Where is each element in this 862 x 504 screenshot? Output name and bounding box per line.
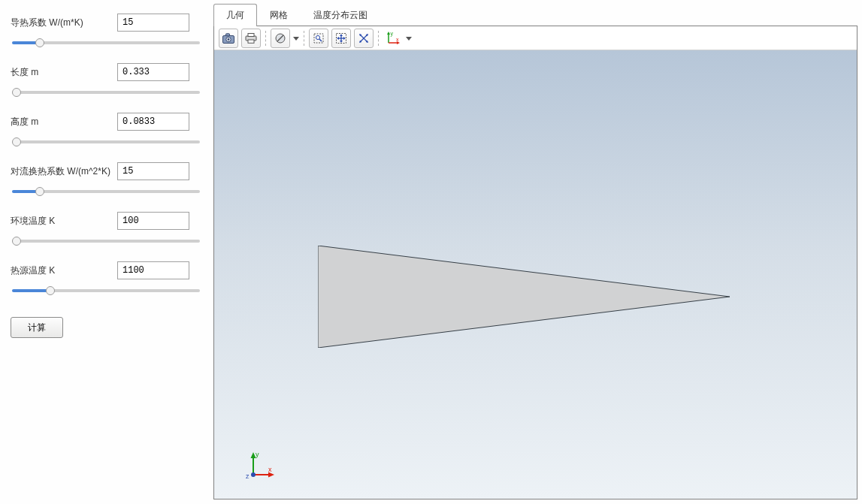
toolbar-separator <box>265 31 266 46</box>
svg-text:x: x <box>268 466 272 473</box>
param-group-length: 长度 m <box>11 63 198 96</box>
parameter-panel: 导热系数 W/(m*K) 长度 m 高度 m 对流换热系数 W/(m^2*K) <box>0 0 209 504</box>
length-input[interactable] <box>117 63 189 81</box>
ambient-temp-input[interactable] <box>117 212 189 230</box>
param-label: 对流换热系数 W/(m^2*K) <box>11 165 117 178</box>
svg-text:y: y <box>391 31 394 37</box>
reset-view-button[interactable] <box>271 29 290 48</box>
no-entry-icon <box>274 32 286 44</box>
param-label: 热源温度 K <box>11 264 117 277</box>
svg-marker-9 <box>293 37 299 41</box>
axis-triad: y x z <box>241 448 276 482</box>
viewer-toolbar: y x <box>214 26 857 50</box>
zoom-extents-icon <box>335 32 347 44</box>
viewport-canvas[interactable]: y x z <box>214 50 857 499</box>
rotate-view-button[interactable] <box>354 29 374 48</box>
print-button[interactable] <box>241 29 261 48</box>
source-temp-slider[interactable] <box>12 289 200 292</box>
printer-icon <box>245 33 257 44</box>
svg-marker-27 <box>387 32 390 35</box>
compute-button[interactable]: 计算 <box>11 317 63 338</box>
zoom-box-icon <box>313 32 325 44</box>
param-label: 环境温度 K <box>11 215 117 228</box>
viewer-frame: y x y x z <box>213 26 857 499</box>
svg-text:x: x <box>396 37 399 42</box>
tab-geometry[interactable]: 几何 <box>213 4 257 26</box>
zoom-extents-button[interactable] <box>331 29 351 48</box>
main-area: 几何 网格 温度分布云图 <box>209 0 862 504</box>
thermal-conductivity-slider[interactable] <box>12 41 200 44</box>
param-label: 高度 m <box>11 116 117 128</box>
toolbar-separator <box>378 31 379 46</box>
param-group-height: 高度 m <box>11 113 198 146</box>
svg-marker-16 <box>340 34 343 36</box>
svg-rect-1 <box>226 33 230 35</box>
svg-point-11 <box>316 35 319 39</box>
snapshot-button[interactable] <box>219 29 238 48</box>
svg-text:z: z <box>246 472 250 480</box>
svg-text:y: y <box>256 451 259 458</box>
svg-rect-10 <box>314 34 323 43</box>
svg-marker-32 <box>406 37 412 41</box>
param-group-thermal-conductivity: 导热系数 W/(m*K) <box>11 14 198 47</box>
tab-mesh[interactable]: 网格 <box>257 4 301 26</box>
svg-marker-18 <box>337 37 339 40</box>
param-label: 导热系数 W/(m*K) <box>11 17 117 29</box>
svg-point-3 <box>228 38 230 41</box>
tab-temperature-contour[interactable]: 温度分布云图 <box>301 4 380 26</box>
geometry-triangle <box>318 246 730 348</box>
dropdown-caret-icon[interactable] <box>293 35 299 41</box>
svg-line-12 <box>319 39 322 41</box>
thermal-conductivity-input[interactable] <box>117 14 189 32</box>
convective-coeff-input[interactable] <box>117 162 189 180</box>
svg-marker-17 <box>340 41 343 43</box>
zoom-box-button[interactable] <box>309 29 328 48</box>
svg-marker-33 <box>318 246 730 348</box>
param-group-ambient-temp: 环境温度 K <box>11 212 198 245</box>
length-slider[interactable] <box>12 91 200 94</box>
svg-rect-5 <box>248 33 254 36</box>
camera-icon <box>222 33 234 44</box>
ambient-temp-slider[interactable] <box>12 240 200 243</box>
svg-marker-19 <box>343 37 346 40</box>
toolbar-axis-indicator[interactable]: y x <box>383 29 403 48</box>
height-slider[interactable] <box>12 140 200 143</box>
param-group-convective-coeff: 对流换热系数 W/(m^2*K) <box>11 162 198 195</box>
rotate-cross-icon <box>358 32 370 44</box>
source-temp-input[interactable] <box>117 261 189 279</box>
param-group-source-temp: 热源温度 K <box>11 261 198 294</box>
convective-coeff-slider[interactable] <box>12 190 200 193</box>
tab-bar: 几何 网格 温度分布云图 <box>213 0 857 26</box>
param-label: 长度 m <box>11 66 117 79</box>
dropdown-caret-icon[interactable] <box>406 35 412 41</box>
svg-rect-6 <box>248 40 254 43</box>
height-input[interactable] <box>117 113 189 131</box>
toolbar-separator <box>304 31 304 46</box>
svg-point-40 <box>251 472 256 477</box>
